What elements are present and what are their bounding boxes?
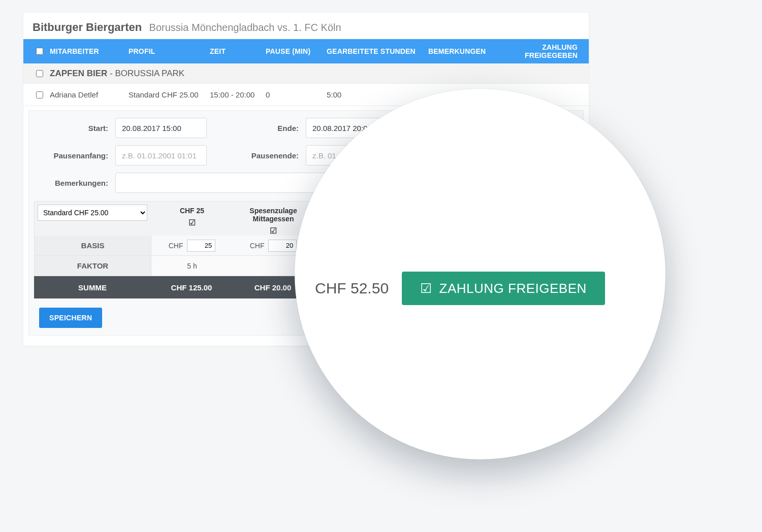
start-label: Start: <box>34 124 115 132</box>
select-all-checkbox[interactable] <box>36 48 43 55</box>
approve-payment-button[interactable]: ☑ ZAHLUNG FREIGEBEN <box>402 272 605 305</box>
faktor-label: FAKTOR <box>35 256 151 276</box>
row-time: 15:00 - 20:00 <box>210 90 266 99</box>
remarks-label: Bemerkungen: <box>34 179 115 187</box>
group-name: ZAPFEN BIER <box>50 69 107 78</box>
group-place: BORUSSIA PARK <box>115 69 184 78</box>
row-profile: Standard CHF 25.00 <box>129 90 210 99</box>
basis-label: BASIS <box>35 236 151 255</box>
row-pause: 0 <box>266 90 327 99</box>
col-employee: MITARBEITER <box>50 47 129 55</box>
calc-col1-title: CHF 25 <box>151 207 233 215</box>
col-payment-approved: ZAHLUNG FREIGEGEBEN <box>504 43 583 59</box>
row-hours: 5:00 <box>327 90 428 99</box>
end-label: Ende: <box>237 124 306 132</box>
event-subtitle: Borussia Mönchengladbach vs. 1. FC Köln <box>149 22 341 33</box>
check-icon[interactable]: ☑ <box>270 226 277 236</box>
row-checkbox[interactable] <box>36 91 43 98</box>
profile-select[interactable]: Standard CHF 25.00 <box>38 205 147 221</box>
basis-currency-2: CHF <box>250 241 265 249</box>
pause-start-input[interactable] <box>115 145 207 165</box>
group-sep: - <box>107 69 115 78</box>
pause-end-label: Pausenende: <box>237 151 306 160</box>
table-header: MITARBEITER PROFIL ZEIT PAUSE (MIN) GEAR… <box>23 39 589 63</box>
save-button[interactable]: SPEICHERN <box>39 308 102 328</box>
magnifier-overlay: CHF 52.50 ☑ ZAHLUNG FREIGEBEN <box>295 89 665 459</box>
sum-value-1: CHF 125.00 <box>151 283 232 292</box>
col-profile: PROFIL <box>129 47 210 55</box>
col-remarks: BEMERKUNGEN <box>428 47 504 55</box>
basis-input-2[interactable] <box>268 240 297 252</box>
check-square-icon: ☑ <box>420 281 432 296</box>
basis-input-1[interactable] <box>187 240 215 252</box>
basis-currency-1: CHF <box>169 241 183 249</box>
col-pause: PAUSE (MIN) <box>266 47 327 55</box>
group-checkbox[interactable] <box>36 70 43 77</box>
calc-col2-title: Spesenzulage Mittagessen <box>233 207 314 223</box>
location-title: Bitburger Biergarten <box>33 21 142 34</box>
pause-start-label: Pausenanfang: <box>34 151 115 160</box>
group-row: ZAPFEN BIER - BORUSSIA PARK <box>23 63 589 84</box>
col-time: ZEIT <box>210 47 266 55</box>
grand-total: CHF 52.50 <box>315 280 389 297</box>
card-header: Bitburger Biergarten Borussia Mönchengla… <box>23 13 589 39</box>
start-input[interactable] <box>115 118 207 138</box>
faktor-value-1: 5 h <box>151 262 233 270</box>
sum-label: SUMME <box>34 283 151 292</box>
row-employee: Adriana Detlef <box>50 90 129 99</box>
approve-label: ZAHLUNG FREIGEBEN <box>439 281 587 296</box>
col-worked-hours: GEARBEITETE STUNDEN <box>327 47 428 55</box>
check-icon[interactable]: ☑ <box>188 218 196 227</box>
